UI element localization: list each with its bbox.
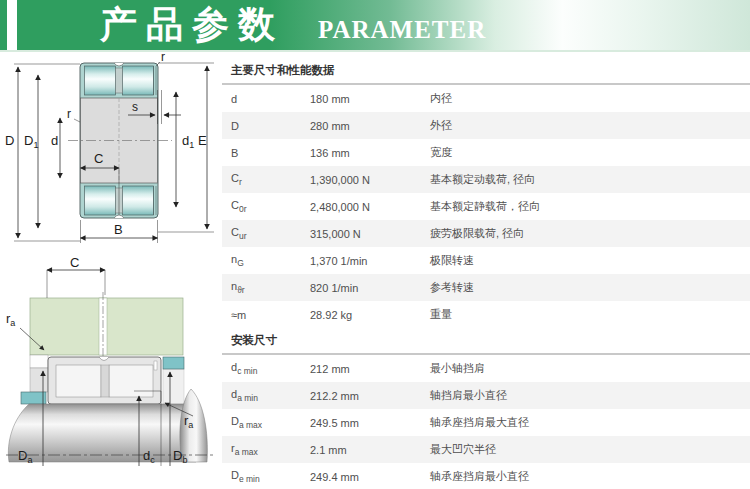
table-row: C0r2,480,000 N基本额定静载荷，径向: [222, 193, 750, 220]
param-description: 重量: [430, 307, 750, 322]
page-header: 产品参数 PARAMETER: [0, 0, 750, 52]
header-accent-stripe: [7, 0, 17, 50]
param-symbol: ≈m: [222, 309, 310, 321]
table-row: B136 mm宽度: [222, 139, 750, 166]
spec-table: 主要尺寸和性能数据d180 mm内径D280 mm外径B136 mm宽度Cr1,…: [222, 52, 750, 489]
param-value: 1,370 1/min: [310, 255, 430, 267]
housing-block: [30, 292, 183, 358]
table-row: Cur315,000 N疲劳极限载荷, 径向: [222, 220, 750, 247]
param-symbol: C0r: [222, 199, 310, 214]
table-row: De min249.4 mm轴承座挡肩最小直径: [222, 463, 750, 489]
label-C: C: [94, 151, 103, 166]
housing-step: [30, 368, 48, 392]
housing-step: [30, 355, 48, 368]
param-value: 180 mm: [310, 93, 430, 105]
roller: [123, 66, 154, 95]
roller: [85, 66, 116, 95]
bearing-diagrams: D D1 d d1 E r r s C B: [0, 52, 222, 489]
table-row: Cr1,390,000 N基本额定动载荷, 径向: [222, 166, 750, 193]
label-D1: D1: [24, 133, 38, 150]
param-value: 249.4 mm: [310, 471, 430, 483]
table-row: d180 mm内径: [222, 85, 750, 112]
roller: [123, 186, 154, 215]
param-symbol: B: [222, 147, 310, 159]
param-value: 212.2 mm: [310, 390, 430, 402]
mounted-bearing: [48, 357, 161, 404]
param-symbol: Cur: [222, 226, 310, 241]
label-r-right: r: [161, 52, 165, 64]
table-row: nϑr820 1/min参考转速: [222, 274, 750, 301]
param-symbol: da min: [222, 388, 310, 403]
section-title: 主要尺寸和性能数据: [222, 52, 750, 85]
param-description: 内径: [430, 91, 750, 106]
shaft: [8, 404, 197, 462]
seal-ring: [163, 357, 184, 369]
bearing-mounting-diagram: C ra ra Da dc Db: [0, 258, 222, 489]
roller: [85, 186, 116, 215]
seal-ring: [21, 392, 46, 404]
label-s: s: [132, 100, 138, 114]
table-section: 主要尺寸和性能数据d180 mm内径D280 mm外径B136 mm宽度Cr1,…: [222, 52, 750, 328]
param-value: 249.5 mm: [310, 417, 430, 429]
table-row: da min212.2 mm轴挡肩最小直径: [222, 382, 750, 409]
param-value: 1,390,000 N: [310, 174, 430, 186]
product-parameter-page: 产品参数 PARAMETER: [0, 0, 750, 489]
param-value: 212 mm: [310, 363, 430, 375]
param-value: 315,000 N: [310, 228, 430, 240]
param-symbol: ra max: [222, 442, 310, 457]
param-symbol: nG: [222, 253, 310, 268]
bearing-cross-section-diagram: D D1 d d1 E r r s C B: [0, 52, 222, 258]
param-symbol: D: [222, 120, 310, 132]
label-r-left: r: [67, 107, 71, 121]
label-d1: d1: [182, 133, 194, 150]
table-row: ≈m28.92 kg重量: [222, 301, 750, 328]
param-value: 136 mm: [310, 147, 430, 159]
param-description: 最大凹穴半径: [430, 442, 750, 457]
label-C: C: [70, 258, 79, 270]
page-title: 产品参数: [100, 0, 284, 50]
table-row: Da max249.5 mm轴承座挡肩最大直径: [222, 409, 750, 436]
param-symbol: d: [222, 93, 310, 105]
param-description: 最小轴挡肩: [430, 361, 750, 376]
table-row: D280 mm外径: [222, 112, 750, 139]
param-symbol: Cr: [222, 172, 310, 187]
param-description: 疲劳极限载荷, 径向: [430, 226, 750, 241]
table-row: ra max2.1 mm最大凹穴半径: [222, 436, 750, 463]
param-symbol: Da max: [222, 415, 310, 430]
label-E: E: [198, 133, 207, 148]
label-d: d: [51, 133, 58, 148]
section-title: 安装尺寸: [222, 328, 750, 355]
param-description: 极限转速: [430, 253, 750, 268]
param-description: 轴挡肩最小直径: [430, 388, 750, 403]
housing-bore: [163, 369, 184, 404]
table-section: 安装尺寸dc min212 mm最小轴挡肩da min212.2 mm轴挡肩最小…: [222, 328, 750, 489]
label-ra-left: ra: [6, 311, 15, 328]
label-B: B: [114, 222, 123, 237]
param-symbol: dc min: [222, 361, 310, 376]
param-description: 基本额定静载荷，径向: [430, 199, 750, 214]
param-description: 轴承座挡肩最小直径: [430, 469, 750, 484]
param-description: 基本额定动载荷, 径向: [430, 172, 750, 187]
table-row: nG1,370 1/min极限转速: [222, 247, 750, 274]
param-description: 轴承座挡肩最大直径: [430, 415, 750, 430]
param-value: 820 1/min: [310, 282, 430, 294]
param-value: 2.1 mm: [310, 444, 430, 456]
param-description: 参考转速: [430, 280, 750, 295]
param-symbol: De min: [222, 469, 310, 484]
param-value: 28.92 kg: [310, 309, 430, 321]
param-value: 2,480,000 N: [310, 201, 430, 213]
param-description: 外径: [430, 118, 750, 133]
label-D: D: [5, 133, 14, 148]
param-description: 宽度: [430, 145, 750, 160]
param-value: 280 mm: [310, 120, 430, 132]
page-subtitle: PARAMETER: [318, 16, 486, 44]
table-row: dc min212 mm最小轴挡肩: [222, 355, 750, 382]
param-symbol: nϑr: [222, 280, 310, 295]
